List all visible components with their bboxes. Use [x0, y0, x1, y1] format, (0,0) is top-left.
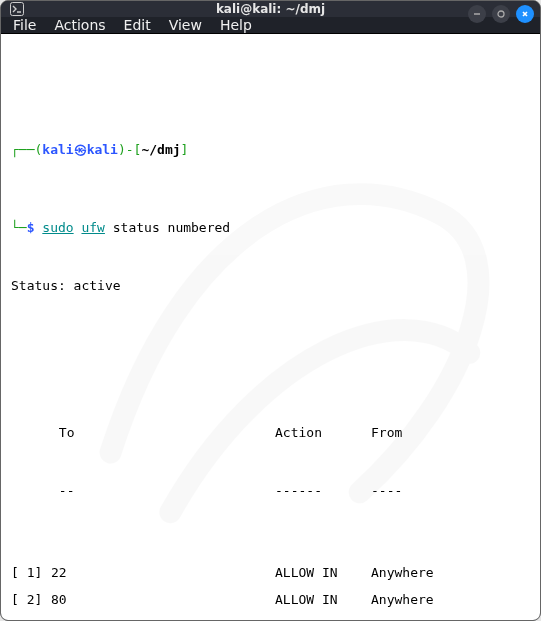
terminal-window: kali@kali: ~/dmj File Actions Edit View …: [0, 0, 541, 621]
rules-list: [ 1] 22ALLOW INAnywhere[ 2] 80ALLOW INAn…: [11, 563, 530, 621]
titlebar: kali@kali: ~/dmj: [1, 1, 540, 17]
close-button[interactable]: [516, 5, 534, 23]
table-row: [ 2] 80ALLOW INAnywhere: [11, 590, 530, 610]
status-line: Status: active: [11, 276, 530, 296]
minimize-button[interactable]: [468, 5, 486, 23]
maximize-button[interactable]: [492, 5, 510, 23]
header-action: Action: [275, 425, 322, 440]
prompt-close: )-[: [118, 142, 141, 157]
menu-edit[interactable]: Edit: [124, 17, 151, 33]
cmd-rest: status numbered: [105, 220, 230, 235]
prompt-host: kali: [87, 142, 118, 157]
menu-file[interactable]: File: [13, 17, 36, 33]
svg-point-3: [498, 11, 504, 17]
menu-view[interactable]: View: [169, 17, 202, 33]
prompt-user: kali: [42, 142, 73, 157]
rule-header: ToActionFrom: [11, 423, 530, 443]
menubar: File Actions Edit View Help: [1, 17, 540, 34]
terminal-icon: [9, 1, 25, 17]
cmd-ufw: ufw: [81, 220, 104, 235]
prompt-dollar: $: [27, 220, 43, 235]
header-to: To: [59, 425, 75, 440]
prompt-corner-bot: └─: [11, 220, 27, 235]
terminal-body[interactable]: ┌──(kali㉿kali)-[~/dmj] └─$ sudo ufw stat…: [1, 34, 540, 621]
menu-actions[interactable]: Actions: [54, 17, 105, 33]
header-from: From: [371, 425, 402, 440]
prompt-end: ]: [181, 142, 189, 157]
rule-header-underline: ------------: [11, 481, 530, 501]
menu-help[interactable]: Help: [220, 17, 252, 33]
cmd-sudo: sudo: [42, 220, 73, 235]
svg-rect-0: [11, 3, 24, 16]
prompt-sep: ㉿: [74, 142, 87, 157]
prompt-line-1: ┌──(kali㉿kali)-[~/dmj]: [11, 140, 530, 160]
table-row: [ 1] 22ALLOW INAnywhere: [11, 563, 530, 583]
window-title: kali@kali: ~/dmj: [1, 2, 540, 16]
prompt-line-2: └─$ sudo ufw status numbered: [11, 218, 530, 238]
table-row: [ 3] 443ALLOW INAnywhere: [11, 616, 530, 621]
prompt-path: ~/dmj: [141, 142, 180, 157]
prompt-corner-top: ┌──(: [11, 142, 42, 157]
watermark-icon: [1, 34, 540, 588]
window-controls: [468, 5, 534, 23]
